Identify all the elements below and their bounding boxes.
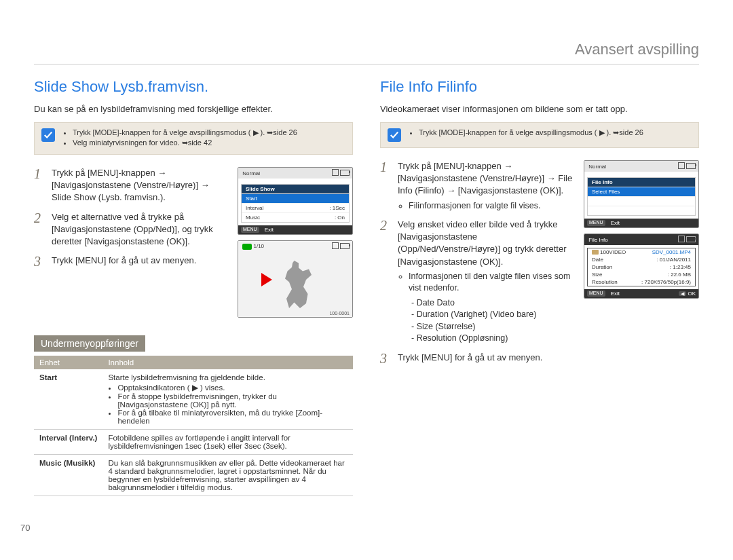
- storage-icon: [678, 236, 685, 242]
- tip-item: Velg miniatyrvisningen for video. ➥side …: [73, 138, 297, 147]
- step-number: 1: [380, 160, 392, 212]
- exit-label: Exit: [611, 220, 620, 226]
- exit-label: Exit: [611, 291, 620, 297]
- table-row: Interval (Interv.) Fotobildene spilles a…: [34, 430, 353, 455]
- folder-icon: [592, 250, 599, 255]
- step-text: Velg ønsket video eller bilde ved å tryk…: [398, 219, 577, 345]
- step-number: 2: [380, 219, 392, 345]
- right-section-title: File Info Filinfo: [380, 78, 699, 96]
- playing-icon: [242, 244, 252, 250]
- play-icon: [261, 273, 272, 286]
- dancer-silhouette: [279, 261, 313, 308]
- checkmark-icon: [41, 128, 55, 142]
- step-number: 3: [380, 352, 392, 365]
- storage-icon: [678, 162, 685, 169]
- filename: SDV_0001.MP4: [652, 249, 691, 255]
- table-header: Enhet: [34, 356, 102, 369]
- exit-label: Exit: [265, 227, 274, 233]
- tip-item: Trykk [MODE]-knappen for å velge avspill…: [73, 128, 297, 137]
- menu-row-empty: [588, 206, 695, 215]
- step-text: Trykk [MENU] for å gå ut av menyen.: [398, 352, 699, 365]
- step-text: Velg et alternative ved å trykke på [Nav…: [52, 211, 231, 248]
- tip-item: Trykk [MODE]-knappen for å velge avspill…: [419, 128, 643, 137]
- table-row: Start Starte lysbildefremvisning fra gje…: [34, 369, 353, 430]
- storage-icon: [332, 169, 339, 176]
- battery-icon: [340, 243, 350, 249]
- menu-row-selected: Select Files: [588, 187, 695, 196]
- right-tip-box: Trykk [MODE]-knappen for å velge avspill…: [380, 122, 699, 148]
- menu-header: Slide Show: [242, 185, 349, 193]
- submenu-table: Enhet Innhold Start Starte lysbildefremv…: [34, 356, 353, 496]
- left-section-title: Slide Show Lysb.framvisn.: [34, 78, 353, 96]
- menu-tag: MENU: [587, 291, 605, 297]
- page-number: 70: [20, 523, 30, 533]
- checkmark-icon: [388, 128, 401, 142]
- menu-row-empty: [588, 196, 695, 206]
- table-row: Music (Musikk) Du kan slå bakgrunnsmusik…: [34, 455, 353, 496]
- lcd-screen-slideshow-menu: Normal Slide Show Start Interval: 1Sec M…: [238, 167, 353, 235]
- submenu-heading: Undermenyoppføringer: [34, 335, 145, 352]
- left-intro: Du kan se på en lysbildeframvisning med …: [34, 104, 353, 114]
- lcd-screen-slideshow-play: 1/10 100-0001: [238, 240, 353, 318]
- menu-row: Music: On: [242, 212, 349, 222]
- left-tip-box: Trykk [MODE]-knappen for å velge avspill…: [34, 122, 353, 155]
- step-number: 3: [34, 255, 46, 268]
- menu-tag: MENU: [241, 227, 259, 233]
- file-number: 100-0001: [329, 311, 350, 316]
- step-number: 2: [34, 211, 46, 248]
- step-text: Trykk på [MENU]-knappen → [Navigasjonsta…: [52, 167, 231, 204]
- lcd-screen-fileinfo-detail: File Info 100VIDEO SDV_0001.MP4 Date: 01…: [584, 234, 699, 299]
- ok-tag-icon: ◀: [679, 291, 686, 296]
- right-intro: Videokameraet viser informasjonen om bil…: [380, 104, 699, 114]
- step-text: Trykk [MENU] for å gå ut av menyen.: [52, 255, 231, 268]
- lcd-screen-fileinfo-menu: Normal File Info Select Files MENU: [584, 160, 699, 228]
- battery-icon: [340, 170, 350, 176]
- menu-row-selected: Start: [242, 193, 349, 203]
- menu-tag: MENU: [587, 220, 605, 226]
- menu-header: File Info: [588, 178, 695, 187]
- battery-icon: [686, 236, 696, 242]
- table-header: Innhold: [102, 356, 353, 369]
- step-text: Trykk på [MENU]-knappen → [Navigasjonsta…: [398, 160, 577, 212]
- battery-icon: [686, 163, 696, 169]
- page-header: Avansert avspilling: [34, 41, 699, 64]
- storage-icon: [332, 242, 339, 249]
- menu-row: Interval: 1Sec: [242, 203, 349, 212]
- step-number: 1: [34, 167, 46, 204]
